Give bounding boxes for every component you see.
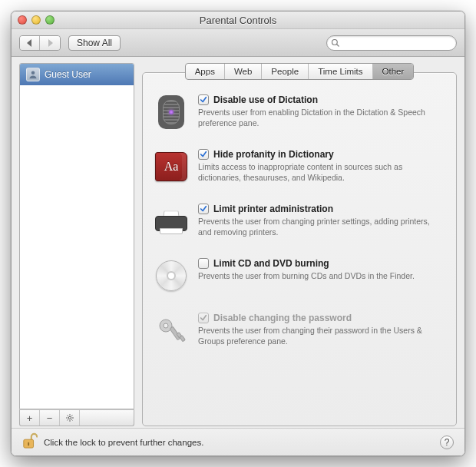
svg-line-9 xyxy=(71,419,72,420)
tab-time-limits[interactable]: Time Limits xyxy=(309,64,372,79)
search-input[interactable] xyxy=(326,35,457,51)
show-all-button[interactable]: Show All xyxy=(68,35,121,51)
add-user-button[interactable]: + xyxy=(20,410,40,426)
tab-bar: Apps Web People Time Limits Other xyxy=(185,63,415,80)
svg-point-0 xyxy=(332,39,338,45)
svg-point-13 xyxy=(164,323,168,328)
svg-rect-16 xyxy=(180,336,185,342)
nav-segment xyxy=(19,35,61,51)
toolbar: Show All xyxy=(12,29,464,57)
titlebar: Parental Controls xyxy=(12,12,464,29)
option-desc: Prevents the user from changing printer … xyxy=(198,216,436,237)
zoom-window-button[interactable] xyxy=(45,15,55,25)
svg-line-10 xyxy=(71,416,72,416)
printer-icon xyxy=(154,204,189,239)
lock-button[interactable] xyxy=(22,432,38,452)
svg-line-1 xyxy=(337,44,339,46)
option-desc: Prevents the user from burning CDs and D… xyxy=(198,270,436,281)
unlocked-padlock-icon xyxy=(22,432,38,449)
microphone-icon xyxy=(154,94,189,130)
svg-line-11 xyxy=(67,419,68,420)
svg-line-8 xyxy=(67,416,68,416)
tab-web[interactable]: Web xyxy=(225,64,262,79)
option-burning: Limit CD and DVD burning Prevents the us… xyxy=(154,252,445,305)
key-icon xyxy=(154,313,189,348)
sidebar-user-label: Guest User xyxy=(45,69,91,80)
tab-people[interactable]: People xyxy=(262,64,309,79)
checkbox-burning[interactable]: Limit CD and DVD burning xyxy=(198,258,445,269)
svg-point-2 xyxy=(31,71,35,75)
option-title: Disable use of Dictation xyxy=(213,94,318,105)
tab-apps[interactable]: Apps xyxy=(186,64,225,79)
preferences-window: Parental Controls Show All xyxy=(11,11,465,456)
checkbox-dictation[interactable]: Disable use of Dictation xyxy=(198,94,445,105)
footer: Click the lock to prevent further change… xyxy=(12,428,464,455)
disc-icon xyxy=(154,258,189,293)
checkbox-profanity[interactable]: Hide profanity in Dictionary xyxy=(198,149,445,160)
option-desc: Limits access to inappropriate content i… xyxy=(198,161,436,183)
close-window-button[interactable] xyxy=(18,15,27,25)
sidebar-user-guest[interactable]: Guest User xyxy=(20,64,134,85)
user-sidebar: Guest User + − xyxy=(19,63,134,426)
options-panel: Disable use of Dictation Prevents user f… xyxy=(142,72,457,426)
window-title: Parental Controls xyxy=(12,15,464,26)
sidebar-controls: + − xyxy=(19,409,134,426)
option-dictation: Disable use of Dictation Prevents user f… xyxy=(154,88,445,141)
lock-message: Click the lock to prevent further change… xyxy=(44,438,203,447)
remove-user-button[interactable]: − xyxy=(40,410,60,426)
forward-button[interactable] xyxy=(40,36,60,50)
option-desc: Prevents the user from changing their pa… xyxy=(198,325,436,346)
option-desc: Prevents user from enabling Dictation in… xyxy=(198,107,436,128)
help-button[interactable]: ? xyxy=(440,436,454,449)
option-title: Disable changing the password xyxy=(213,313,352,323)
settings-button[interactable] xyxy=(60,410,80,426)
option-title: Limit CD and DVD burning xyxy=(213,258,329,269)
option-profanity: Aa Hide profanity in Dictionary Limits a… xyxy=(154,143,445,196)
option-password: Disable changing the password Prevents t… xyxy=(154,306,445,354)
svg-point-3 xyxy=(68,416,71,419)
option-printer: Limit printer administration Prevents th… xyxy=(154,197,445,250)
tab-other[interactable]: Other xyxy=(373,64,414,79)
option-title: Hide profanity in Dictionary xyxy=(213,149,334,160)
back-button[interactable] xyxy=(20,36,40,50)
gear-icon xyxy=(65,413,74,422)
dictionary-icon: Aa xyxy=(154,149,189,184)
search-icon xyxy=(331,38,340,48)
checkbox-printer[interactable]: Limit printer administration xyxy=(198,204,445,214)
svg-rect-18 xyxy=(28,442,29,446)
user-list: Guest User xyxy=(19,63,134,409)
avatar-icon xyxy=(26,68,40,81)
checkbox-password: Disable changing the password xyxy=(198,313,445,323)
minimize-window-button[interactable] xyxy=(31,15,41,25)
option-title: Limit printer administration xyxy=(213,204,333,214)
